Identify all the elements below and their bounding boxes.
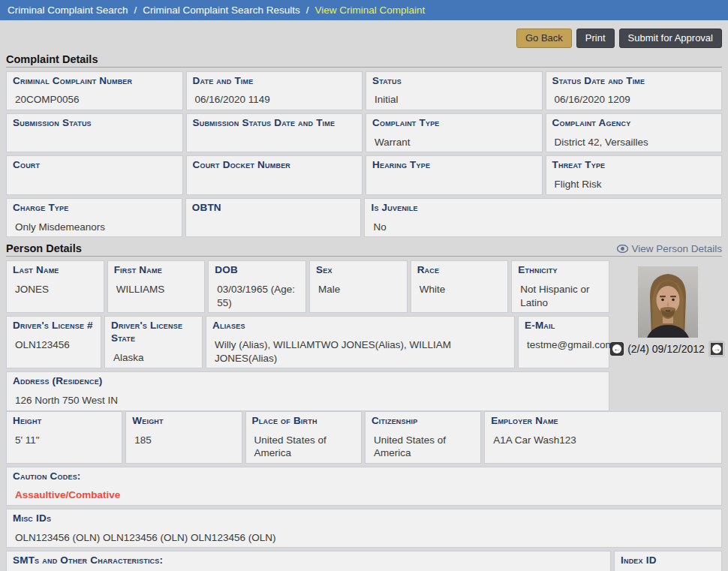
photo-caption: (2/4) 09/12/2012 xyxy=(627,343,705,355)
field-label: First Name xyxy=(114,264,199,277)
field-value: A1A Car Wash123 xyxy=(493,434,715,447)
previous-photo-button[interactable]: ← xyxy=(610,342,624,356)
field-label: Court Docket Number xyxy=(193,159,356,172)
field-caution-codes: Caution Codes: Assaultive/Combative xyxy=(6,467,722,506)
mugshot-panel: ← (2/4) 09/12/2012 → xyxy=(613,260,722,410)
field-value: Not Hispanic or Latino xyxy=(520,283,603,309)
field-court-docket-number: Court Docket Number xyxy=(186,155,363,194)
left-arrow-icon: ← xyxy=(612,344,621,353)
field-weight: Weight 185 xyxy=(125,411,242,464)
field-label: Place of Birth xyxy=(252,415,355,428)
field-value: Alaska xyxy=(113,351,196,365)
field-label: Court xyxy=(13,159,176,172)
go-back-button[interactable]: Go Back xyxy=(516,29,572,48)
field-first-name: First Name WILLIAMS xyxy=(107,260,206,313)
field-label: Aliases xyxy=(212,320,508,332)
view-person-details-link[interactable]: View Person Details xyxy=(617,243,722,254)
field-label: Race xyxy=(417,264,502,277)
breadcrumb-separator: / xyxy=(134,5,137,16)
action-toolbar: Go Back Print Submit for Approval xyxy=(6,29,722,48)
field-aliases: Aliases Willy (Alias), WILLIAMTWO JONES(… xyxy=(206,316,515,368)
field-dob: DOB 03/03/1965 (Age: 55) xyxy=(208,260,306,313)
field-value: Only Misdemeanors xyxy=(15,221,176,234)
field-value: 126 North 750 West IN xyxy=(15,394,603,407)
field-criminal-complaint-number: Criminal Complaint Number 20COMP0056 xyxy=(6,71,183,110)
field-label: Index ID xyxy=(621,554,715,567)
field-sex: Sex Male xyxy=(309,260,408,313)
field-label: Status Date and Time xyxy=(552,75,716,88)
field-value: WILLIAMS xyxy=(116,283,199,296)
field-label: Address (Residence) xyxy=(13,375,603,388)
field-value: Warrant xyxy=(375,136,536,149)
person-row-2: Driver's License # OLN123456 Driver's Li… xyxy=(6,316,609,368)
person-row-3: Address (Residence) 126 North 750 West I… xyxy=(6,371,609,410)
field-employer-name: Employer Name A1A Car Wash123 xyxy=(484,411,722,464)
field-label: Is Juvenile xyxy=(371,202,715,215)
field-value: United States of America xyxy=(254,434,355,460)
field-value: United States of America xyxy=(374,434,474,460)
field-label: Misc IDs xyxy=(13,512,715,525)
field-label: Submission Status xyxy=(13,117,176,130)
field-citizenship: Citizenship United States of America xyxy=(365,411,481,464)
field-label: Caution Codes: xyxy=(13,470,715,483)
field-complaint-agency: Complaint Agency District 42, Versailles xyxy=(546,113,723,152)
complaint-row-4: Charge Type Only Misdemeanors OBTN Is Ju… xyxy=(6,198,722,237)
field-label: Criminal Complaint Number xyxy=(13,75,176,88)
field-email: E-Mail testme@gmail.com xyxy=(518,316,609,368)
breadcrumb: Criminal Complaint Search / Criminal Com… xyxy=(0,0,728,20)
breadcrumb-separator: / xyxy=(306,5,309,16)
field-drivers-license-state: Driver's License State Alaska xyxy=(104,316,203,368)
field-submission-status-date-and-time: Submission Status Date and Time xyxy=(186,113,363,152)
person-row-1: Last Name JONES First Name WILLIAMS DOB … xyxy=(6,260,609,313)
field-drivers-license-number: Driver's License # OLN123456 xyxy=(6,316,101,368)
field-label: Ethnicity xyxy=(518,264,603,277)
field-value: 03/03/1965 (Age: 55) xyxy=(217,283,299,309)
right-arrow-icon: → xyxy=(712,344,721,353)
field-value: testme@gmail.com xyxy=(527,338,603,352)
next-photo-button[interactable]: → xyxy=(708,341,725,357)
submit-for-approval-button[interactable]: Submit for Approval xyxy=(619,29,722,48)
field-status-date-and-time: Status Date and Time 06/16/2020 1209 xyxy=(546,71,723,110)
field-label: Driver's License # xyxy=(13,320,95,332)
field-is-juvenile: Is Juvenile No xyxy=(364,198,722,237)
field-label: DOB xyxy=(215,264,299,277)
field-smts: SMTs and Other Characteristics: Tattoo /… xyxy=(6,551,611,571)
field-label: SMTs and Other Characteristics: xyxy=(13,554,604,567)
field-label: OBTN xyxy=(192,202,355,215)
field-complaint-type: Complaint Type Warrant xyxy=(366,113,543,152)
field-label: Hearing Type xyxy=(372,159,536,172)
complaint-row-2: Submission Status Submission Status Date… xyxy=(6,113,722,152)
field-label: Weight xyxy=(132,415,235,428)
field-hearing-type: Hearing Type xyxy=(366,155,543,194)
field-submission-status: Submission Status xyxy=(6,113,183,152)
field-label: Complaint Type xyxy=(372,117,536,130)
field-charge-type: Charge Type Only Misdemeanors xyxy=(6,198,182,237)
breadcrumb-link-search-results[interactable]: Criminal Complaint Search Results xyxy=(143,5,299,16)
complaint-row-1: Criminal Complaint Number 20COMP0056 Dat… xyxy=(6,71,722,110)
person-row-5: Caution Codes: Assaultive/Combative xyxy=(6,467,722,506)
field-height: Height 5' 11" xyxy=(6,411,122,464)
print-button[interactable]: Print xyxy=(576,29,615,48)
field-label: Threat Type xyxy=(552,159,716,172)
person-row-4: Height 5' 11" Weight 185 Place of Birth … xyxy=(6,411,722,464)
field-value: OLN123456 xyxy=(15,338,95,352)
field-value: Initial xyxy=(375,93,536,107)
field-ethnicity: Ethnicity Not Hispanic or Latino xyxy=(511,260,609,313)
field-value: District 42, Versailles xyxy=(555,136,716,149)
field-misc-ids: Misc IDs OLN123456 (OLN) OLN123456 (OLN)… xyxy=(6,509,722,548)
field-value: 20COMP0056 xyxy=(15,93,176,107)
breadcrumb-current-page: View Criminal Complaint xyxy=(314,5,425,16)
photo-navigation: ← (2/4) 09/12/2012 → xyxy=(610,341,725,357)
complaint-details-header: Complaint Details xyxy=(6,53,722,65)
field-status: Status Initial xyxy=(366,71,543,110)
field-label: Employer Name xyxy=(491,415,715,428)
breadcrumb-link-search[interactable]: Criminal Complaint Search xyxy=(8,5,128,16)
field-label: Date and Time xyxy=(193,75,356,88)
field-value: OLN123456 (OLN) OLN123456 (OLN) OLN12345… xyxy=(15,531,715,545)
person-details-title: Person Details xyxy=(6,242,82,254)
field-label: Complaint Agency xyxy=(552,117,716,130)
field-label: Citizenship xyxy=(372,415,474,428)
complaint-row-3: Court Court Docket Number Hearing Type T… xyxy=(6,155,722,194)
mugshot-photo xyxy=(638,266,698,338)
field-value: Willy (Alias), WILLIAMTWO JONES(Alias), … xyxy=(215,338,508,365)
